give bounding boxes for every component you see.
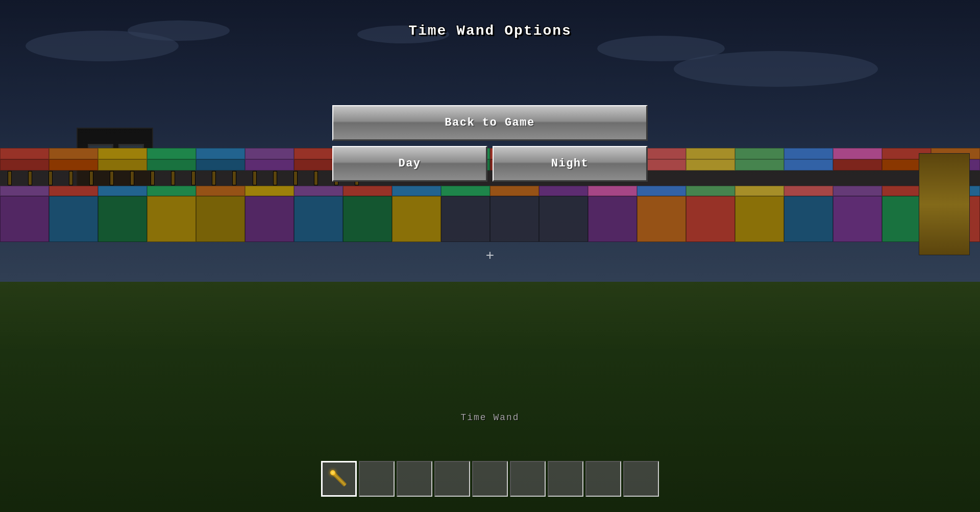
ui-layer: Time Wand Options Back to Game Day Night	[0, 0, 980, 512]
hotbar-slot-9[interactable]	[623, 461, 659, 497]
hotbar-slot-7[interactable]	[548, 461, 583, 497]
item-name: Time Wand	[460, 412, 519, 423]
hotbar-slot-2[interactable]	[359, 461, 395, 497]
back-to-game-button[interactable]: Back to Game	[332, 105, 648, 141]
hotbar-slot-6[interactable]	[510, 461, 546, 497]
hotbar-slot-4[interactable]	[434, 461, 470, 497]
menu-title: Time Wand Options	[408, 23, 572, 39]
buttons-container: Back to Game Day Night	[332, 105, 648, 182]
hotbar-slot-1[interactable]	[321, 461, 357, 497]
hotbar-slot-3[interactable]	[397, 461, 432, 497]
hotbar-slot-5[interactable]	[472, 461, 508, 497]
wand-item-icon	[325, 465, 354, 494]
day-button[interactable]: Day	[332, 146, 487, 182]
night-button[interactable]: Night	[493, 146, 648, 182]
hotbar	[321, 461, 659, 497]
day-night-row: Day Night	[332, 146, 648, 182]
hotbar-slot-8[interactable]	[585, 461, 621, 497]
